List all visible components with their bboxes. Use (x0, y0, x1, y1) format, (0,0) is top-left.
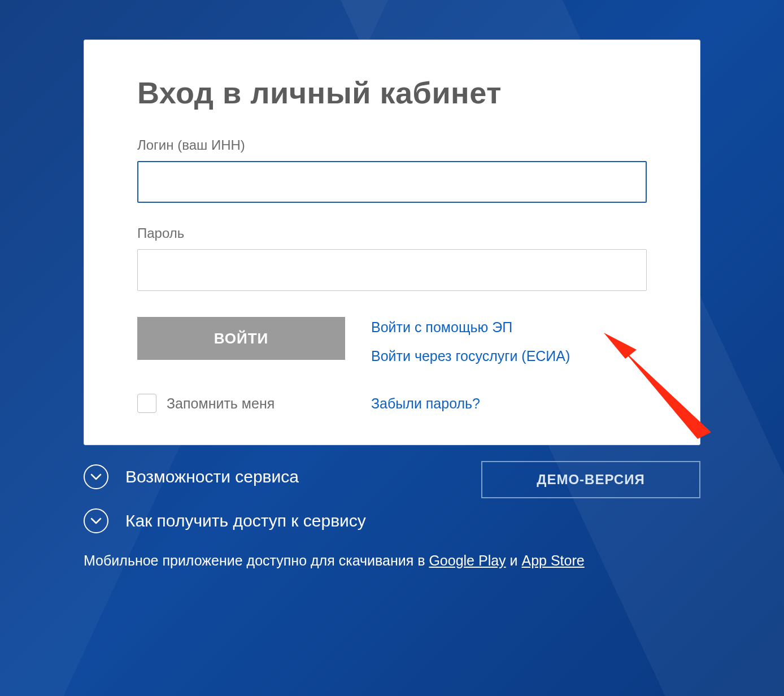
actions-row: ВОЙТИ Войти с помощью ЭП Войти через гос… (137, 317, 647, 364)
demo-button[interactable]: ДЕМО-ВЕРСИЯ (481, 461, 700, 498)
google-play-link[interactable]: Google Play (429, 553, 506, 568)
login-label: Логин (ваш ИНН) (137, 137, 647, 153)
app-line-prefix: Мобильное приложение доступно для скачив… (84, 553, 429, 568)
chevron-down-icon (84, 464, 108, 489)
password-input[interactable] (137, 249, 647, 291)
expander-howto[interactable]: Как получить доступ к сервису (84, 508, 700, 533)
password-label: Пароль (137, 225, 647, 241)
mobile-app-line: Мобильное приложение доступно для скачив… (84, 553, 700, 569)
remember-checkbox[interactable] (137, 394, 156, 413)
forgot-password-link[interactable]: Забыли пароль? (371, 395, 480, 412)
login-button[interactable]: ВОЙТИ (137, 317, 345, 360)
alt-login-links: Войти с помощью ЭП Войти через госуслуги… (371, 317, 570, 364)
app-line-mid: и (506, 553, 522, 568)
login-ep-link[interactable]: Войти с помощью ЭП (371, 319, 570, 336)
expander-features-label: Возможности сервиса (125, 467, 299, 486)
remember-me: Запомнить меня (137, 394, 345, 413)
lower-row: Запомнить меня Забыли пароль? (137, 394, 647, 413)
login-esia-link[interactable]: Войти через госуслуги (ЕСИА) (371, 348, 570, 364)
remember-label: Запомнить меня (167, 395, 275, 412)
chevron-down-icon (84, 508, 108, 533)
login-input[interactable] (137, 161, 647, 203)
below-card-section: ДЕМО-ВЕРСИЯ Возможности сервиса Как полу… (84, 464, 700, 533)
login-card: Вход в личный кабинет Логин (ваш ИНН) Па… (84, 40, 700, 445)
expander-howto-label: Как получить доступ к сервису (125, 511, 366, 530)
card-title: Вход в личный кабинет (137, 75, 647, 110)
app-store-link[interactable]: App Store (521, 553, 584, 568)
